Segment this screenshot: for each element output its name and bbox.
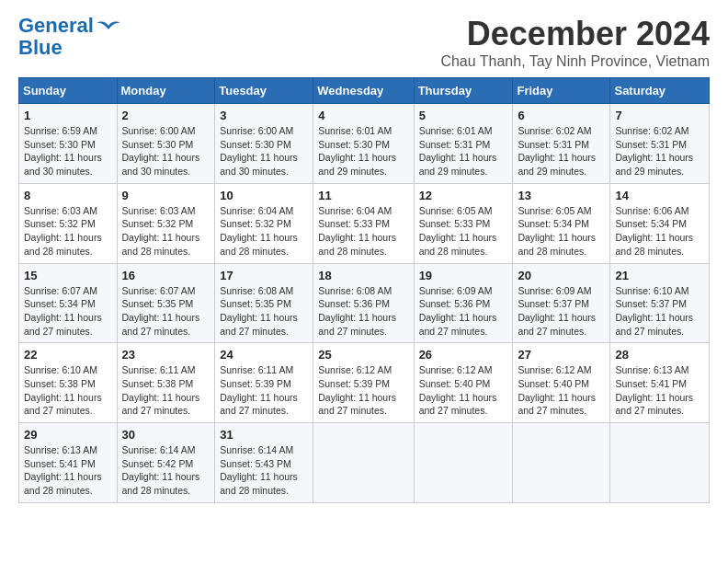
calendar-week-1: 1 Sunrise: 6:59 AM Sunset: 5:30 PM Dayli… [19,104,710,184]
day-info: Sunrise: 6:59 AM Sunset: 5:30 PM Dayligh… [24,124,112,178]
day-info: Sunrise: 6:14 AM Sunset: 5:42 PM Dayligh… [122,443,210,498]
day-number: 21 [615,269,704,282]
location-title: Chau Thanh, Tay Ninh Province, Vietnam [440,53,710,70]
calendar-cell: 1 Sunrise: 6:59 AM Sunset: 5:30 PM Dayli… [19,104,118,184]
day-number: 16 [122,269,210,282]
day-info: Sunrise: 6:08 AM Sunset: 5:35 PM Dayligh… [220,284,308,339]
calendar-cell [610,423,710,503]
day-info: Sunrise: 6:00 AM Sunset: 5:30 PM Dayligh… [122,124,210,178]
day-info: Sunrise: 6:13 AM Sunset: 5:41 PM Dayligh… [615,363,704,418]
calendar-cell: 13 Sunrise: 6:05 AM Sunset: 5:34 PM Dayl… [513,183,610,263]
day-number: 15 [24,269,112,282]
header-friday: Friday [513,78,610,104]
calendar-cell: 28 Sunrise: 6:13 AM Sunset: 5:41 PM Dayl… [610,343,710,423]
calendar-cell: 2 Sunrise: 6:00 AM Sunset: 5:30 PM Dayli… [117,104,215,184]
day-number: 29 [24,428,112,442]
day-info: Sunrise: 6:08 AM Sunset: 5:36 PM Dayligh… [318,284,408,339]
day-number: 6 [518,109,605,122]
calendar-cell: 5 Sunrise: 6:01 AM Sunset: 5:31 PM Dayli… [414,104,513,184]
day-number: 25 [318,348,408,362]
day-info: Sunrise: 6:05 AM Sunset: 5:33 PM Dayligh… [419,204,508,259]
calendar-cell: 17 Sunrise: 6:08 AM Sunset: 5:35 PM Dayl… [215,263,313,343]
calendar-cell: 21 Sunrise: 6:10 AM Sunset: 5:37 PM Dayl… [610,263,710,343]
day-number: 26 [419,348,508,362]
month-title: December 2024 [440,15,710,53]
calendar-cell: 3 Sunrise: 6:00 AM Sunset: 5:30 PM Dayli… [215,104,313,184]
calendar-cell: 18 Sunrise: 6:08 AM Sunset: 5:36 PM Dayl… [313,263,414,343]
day-info: Sunrise: 6:14 AM Sunset: 5:43 PM Dayligh… [220,443,308,498]
header-wednesday: Wednesday [313,78,414,104]
calendar-cell: 9 Sunrise: 6:03 AM Sunset: 5:32 PM Dayli… [117,183,215,263]
day-number: 20 [518,269,605,282]
day-number: 19 [419,269,508,282]
day-number: 1 [24,109,112,122]
logo-general: General [18,14,94,37]
header-tuesday: Tuesday [215,78,313,104]
calendar-cell: 19 Sunrise: 6:09 AM Sunset: 5:36 PM Dayl… [414,263,513,343]
day-number: 30 [122,428,210,442]
day-info: Sunrise: 6:10 AM Sunset: 5:37 PM Dayligh… [615,284,704,339]
calendar-cell: 26 Sunrise: 6:12 AM Sunset: 5:40 PM Dayl… [414,343,513,423]
day-info: Sunrise: 6:11 AM Sunset: 5:39 PM Dayligh… [220,363,308,418]
day-info: Sunrise: 6:09 AM Sunset: 5:36 PM Dayligh… [419,284,508,339]
day-info: Sunrise: 6:03 AM Sunset: 5:32 PM Dayligh… [24,204,112,259]
calendar-week-2: 8 Sunrise: 6:03 AM Sunset: 5:32 PM Dayli… [19,183,710,263]
calendar-week-4: 22 Sunrise: 6:10 AM Sunset: 5:38 PM Dayl… [19,343,710,423]
calendar-cell: 4 Sunrise: 6:01 AM Sunset: 5:30 PM Dayli… [313,104,414,184]
day-number: 12 [419,189,508,202]
day-number: 13 [518,189,605,202]
day-number: 2 [122,109,210,122]
day-number: 18 [318,269,408,282]
day-number: 24 [220,348,308,362]
day-number: 5 [419,109,508,122]
calendar-cell: 25 Sunrise: 6:12 AM Sunset: 5:39 PM Dayl… [313,343,414,423]
day-info: Sunrise: 6:07 AM Sunset: 5:35 PM Dayligh… [122,284,210,339]
header-monday: Monday [117,78,215,104]
calendar-cell: 16 Sunrise: 6:07 AM Sunset: 5:35 PM Dayl… [117,263,215,343]
day-number: 17 [220,269,308,282]
calendar-cell: 11 Sunrise: 6:04 AM Sunset: 5:33 PM Dayl… [313,183,414,263]
day-number: 3 [220,109,308,122]
day-info: Sunrise: 6:00 AM Sunset: 5:30 PM Dayligh… [220,124,308,178]
logo: GeneralBlue [18,15,121,59]
calendar-cell: 29 Sunrise: 6:13 AM Sunset: 5:41 PM Dayl… [19,423,118,503]
day-number: 10 [220,189,308,202]
calendar-cell: 15 Sunrise: 6:07 AM Sunset: 5:34 PM Dayl… [19,263,118,343]
day-info: Sunrise: 6:04 AM Sunset: 5:33 PM Dayligh… [318,204,408,259]
calendar-week-3: 15 Sunrise: 6:07 AM Sunset: 5:34 PM Dayl… [19,263,710,343]
calendar-cell: 6 Sunrise: 6:02 AM Sunset: 5:31 PM Dayli… [513,104,610,184]
calendar-cell: 31 Sunrise: 6:14 AM Sunset: 5:43 PM Dayl… [215,423,313,503]
calendar-cell: 14 Sunrise: 6:06 AM Sunset: 5:34 PM Dayl… [610,183,710,263]
day-number: 7 [615,109,704,122]
calendar-cell: 20 Sunrise: 6:09 AM Sunset: 5:37 PM Dayl… [513,263,610,343]
day-info: Sunrise: 6:02 AM Sunset: 5:31 PM Dayligh… [615,124,704,178]
day-info: Sunrise: 6:06 AM Sunset: 5:34 PM Dayligh… [615,204,704,259]
day-info: Sunrise: 6:09 AM Sunset: 5:37 PM Dayligh… [518,284,605,339]
day-info: Sunrise: 6:12 AM Sunset: 5:40 PM Dayligh… [518,363,605,418]
calendar-week-5: 29 Sunrise: 6:13 AM Sunset: 5:41 PM Dayl… [19,423,710,503]
day-number: 8 [24,189,112,202]
header-sunday: Sunday [19,78,118,104]
calendar-cell [313,423,414,503]
day-info: Sunrise: 6:10 AM Sunset: 5:38 PM Dayligh… [24,363,112,418]
day-number: 14 [615,189,704,202]
logo-bird-icon [96,18,121,39]
calendar-cell: 8 Sunrise: 6:03 AM Sunset: 5:32 PM Dayli… [19,183,118,263]
day-number: 22 [24,348,112,362]
day-info: Sunrise: 6:03 AM Sunset: 5:32 PM Dayligh… [122,204,210,259]
calendar-cell: 30 Sunrise: 6:14 AM Sunset: 5:42 PM Dayl… [117,423,215,503]
calendar-cell [513,423,610,503]
logo-text: GeneralBlue [18,15,94,59]
day-info: Sunrise: 6:11 AM Sunset: 5:38 PM Dayligh… [122,363,210,418]
calendar-cell: 22 Sunrise: 6:10 AM Sunset: 5:38 PM Dayl… [19,343,118,423]
calendar-cell [414,423,513,503]
day-number: 4 [318,109,408,122]
day-number: 27 [518,348,605,362]
calendar-cell: 24 Sunrise: 6:11 AM Sunset: 5:39 PM Dayl… [215,343,313,423]
day-info: Sunrise: 6:01 AM Sunset: 5:31 PM Dayligh… [419,124,508,178]
calendar-cell: 7 Sunrise: 6:02 AM Sunset: 5:31 PM Dayli… [610,104,710,184]
day-info: Sunrise: 6:12 AM Sunset: 5:39 PM Dayligh… [318,363,408,418]
calendar-cell: 27 Sunrise: 6:12 AM Sunset: 5:40 PM Dayl… [513,343,610,423]
day-info: Sunrise: 6:01 AM Sunset: 5:30 PM Dayligh… [318,124,408,178]
calendar-table: Sunday Monday Tuesday Wednesday Thursday… [18,77,710,503]
